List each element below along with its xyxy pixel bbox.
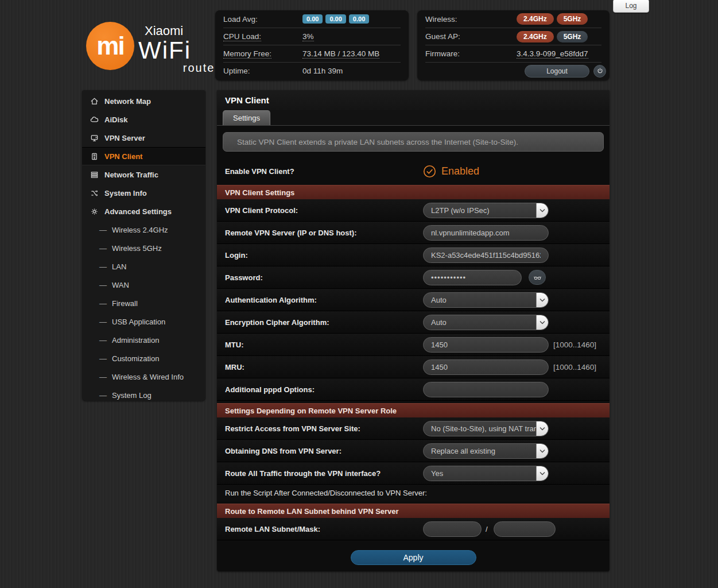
pppd-options-input[interactable] xyxy=(423,382,549,397)
load-avg-badge-5[interactable]: 0.00 xyxy=(325,14,346,24)
restrict-access-select[interactable]: No (Site-to-Site), using NAT trans xyxy=(423,421,549,436)
sidebar-item-aidisk[interactable]: AiDisk xyxy=(82,110,205,129)
remote-server-input[interactable] xyxy=(423,225,549,241)
field-row-auth-algorithm: Authentication Algorithm: Auto xyxy=(217,289,610,311)
memory-free-label[interactable]: Memory Free: xyxy=(223,49,271,59)
cpu-load-value[interactable]: 3% xyxy=(302,32,314,41)
field-row-login: Login: xyxy=(217,244,610,266)
firmware-version-link[interactable]: 3.4.3.9-099_e58fdd7 xyxy=(517,49,588,59)
field-row-mru: MRU: [1000..1460] xyxy=(217,356,610,378)
route-all-traffic-select[interactable]: Yes xyxy=(423,466,549,481)
firmware-label: Firmware: xyxy=(425,49,460,58)
load-avg-label: Load Avg: xyxy=(223,15,258,24)
field-row-pppd-options: Additional pppd Options: xyxy=(217,378,610,401)
vpn-client-panel: VPN Client Settings Static VPN Client ex… xyxy=(217,90,610,571)
sidebar-item-administration[interactable]: —Administration xyxy=(82,331,205,349)
load-avg-badge-15[interactable]: 0.00 xyxy=(349,14,369,24)
protocol-select[interactable]: L2TP (w/o IPSec) xyxy=(423,203,549,218)
cpu-load-label[interactable]: CPU Load: xyxy=(223,32,261,41)
sidebar-item-firewall[interactable]: —Firewall xyxy=(82,294,205,312)
enable-vpn-toggle[interactable]: Enabled xyxy=(423,165,479,178)
remote-lan-mask-input[interactable] xyxy=(494,521,556,537)
sidebar-item-lan[interactable]: —LAN xyxy=(82,257,205,276)
field-row-restrict-access: Restrict Access from VPN Server Site: No… xyxy=(217,417,610,440)
mtu-input[interactable] xyxy=(423,337,549,353)
password-input[interactable] xyxy=(423,270,522,285)
sidebar-item-advanced-settings[interactable]: Advanced Settings xyxy=(82,202,205,220)
guest-ap-row: Guest AP: 2.4GHz 5GHz xyxy=(425,28,601,45)
guest-24ghz-badge[interactable]: 2.4GHz xyxy=(517,31,554,42)
mi-logo-icon: mi xyxy=(86,22,134,70)
cipher-algorithm-select[interactable]: Auto xyxy=(423,315,549,330)
wireless-panel: Wireless: 2.4GHz 5GHz Guest AP: 2.4GHz 5… xyxy=(417,10,610,80)
field-row-protocol: VPN Client Protocol: L2TP (w/o IPSec) xyxy=(217,199,610,222)
apply-button[interactable]: Apply xyxy=(351,550,476,565)
guest-5ghz-badge[interactable]: 5GHz xyxy=(557,31,588,42)
sidebar-item-wan[interactable]: —WAN xyxy=(82,276,205,294)
vpn-client-icon xyxy=(90,152,99,161)
chevron-down-icon xyxy=(536,466,548,481)
reboot-button[interactable] xyxy=(593,65,606,78)
sidebar-item-network-map[interactable]: Network Map xyxy=(82,92,205,110)
auth-algorithm-select[interactable]: Auto xyxy=(423,292,549,308)
mru-input[interactable] xyxy=(423,359,549,375)
obtain-dns-select[interactable]: Replace all existing xyxy=(423,443,549,459)
sidebar-item-vpn-client[interactable]: VPN Client xyxy=(82,147,205,165)
sidebar-item-vpn-server[interactable]: VPN Server xyxy=(82,129,205,147)
check-circle-icon xyxy=(423,165,436,178)
field-row-route-all-traffic: Route All Traffic through the VPN interf… xyxy=(217,462,610,485)
cloud-icon xyxy=(90,115,99,124)
home-icon xyxy=(90,97,99,106)
login-input[interactable] xyxy=(423,247,549,263)
shuffle-icon xyxy=(90,189,99,198)
enable-vpn-row: Enable VPN Client? Enabled xyxy=(217,158,610,185)
sidebar-item-usb-application[interactable]: —USB Application xyxy=(82,312,205,331)
mtu-range-hint: [1000..1460] xyxy=(553,341,596,349)
field-row-remote-lan-subnet: Remote LAN Subnet/Mask: / xyxy=(217,518,610,540)
wireless-row: Wireless: 2.4GHz 5GHz xyxy=(425,10,601,28)
enable-vpn-label: Enable VPN Client? xyxy=(225,167,294,176)
field-row-obtain-dns: Obtaining DNS from VPN Server: Replace a… xyxy=(217,440,610,462)
section-remote-lan-subnet: Route to Remote LAN Subnet behind VPN Se… xyxy=(217,504,610,518)
chevron-down-icon xyxy=(536,315,548,330)
logout-row: Logout xyxy=(425,62,601,79)
memory-free-value[interactable]: 73.14 MB / 123.40 MB xyxy=(302,49,379,59)
power-icon xyxy=(596,67,604,75)
mru-range-hint: [1000..1460] xyxy=(553,363,596,372)
uptime-label: Uptime: xyxy=(223,67,250,75)
sidebar-item-network-traffic[interactable]: Network Traffic xyxy=(82,165,205,184)
sidebar-item-system-info[interactable]: System Info xyxy=(82,184,205,202)
firmware-row: Firmware: 3.4.3.9-099_e58fdd7 xyxy=(425,45,601,62)
sidebar-nav: Network Map AiDisk VPN Server VPN Client… xyxy=(82,90,205,401)
memory-free-row: Memory Free: 73.14 MB / 123.40 MB xyxy=(223,45,401,62)
traffic-list-icon xyxy=(90,171,99,179)
cpu-load-row: CPU Load: 3% xyxy=(223,28,401,45)
log-button[interactable]: Log xyxy=(613,0,649,13)
sidebar-item-wireless-5ghz[interactable]: —Wireless 5GHz xyxy=(82,239,205,257)
page-title: VPN Client xyxy=(225,95,601,105)
load-avg-badge-1[interactable]: 0.00 xyxy=(302,14,323,24)
section-vpn-client-settings: VPN Client Settings xyxy=(217,185,610,199)
enable-vpn-status: Enabled xyxy=(441,165,479,177)
run-script-link[interactable]: Run the Script After Connected/Disconnec… xyxy=(217,485,610,501)
sidebar-item-wireless-24ghz[interactable]: —Wireless 2.4GHz xyxy=(82,220,205,239)
tab-bar: Settings xyxy=(217,110,610,126)
sidebar-item-system-log[interactable]: —System Log xyxy=(82,386,205,404)
sidebar-item-customization[interactable]: —Customization xyxy=(82,349,205,368)
show-password-button[interactable] xyxy=(529,270,546,285)
section-server-role: Settings Depending on Remote VPN Server … xyxy=(217,403,610,417)
mi-wifi-logo: mi Xiaomi WiFi router xyxy=(86,19,218,82)
field-row-cipher-algorithm: Encryption Cipher Algorithm: Auto xyxy=(217,311,610,334)
wireless-5ghz-badge[interactable]: 5GHz xyxy=(557,13,588,25)
vpn-server-icon xyxy=(90,134,99,142)
chevron-down-icon xyxy=(536,293,548,307)
chevron-down-icon xyxy=(536,203,548,218)
wireless-24ghz-badge[interactable]: 2.4GHz xyxy=(517,13,554,25)
subnet-mask-separator: / xyxy=(486,525,488,533)
chevron-down-icon xyxy=(536,444,548,458)
uptime-value: 0d 11h 39m xyxy=(302,67,343,75)
tab-settings[interactable]: Settings xyxy=(223,110,270,125)
sidebar-item-wireless-wired-info[interactable]: —Wireless & Wired Info xyxy=(82,368,205,386)
logout-button[interactable]: Logout xyxy=(525,65,589,78)
remote-lan-subnet-input[interactable] xyxy=(423,521,482,537)
